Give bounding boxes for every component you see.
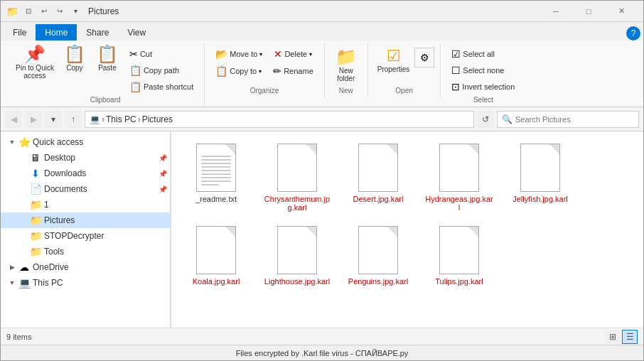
copy-to-button[interactable]: 📋 Copy to ▾ — [210, 63, 267, 79]
tab-home[interactable]: Home — [36, 24, 77, 41]
clipboard-stack: ✂ Cut 📋 Copy path 📋 Paste shortcut — [124, 43, 198, 95]
file-item-chrysanthemum[interactable]: Chrysanthemum.jpg.karl — [258, 137, 336, 217]
file-fold — [387, 144, 397, 154]
file-fold — [549, 144, 559, 154]
downloads-label: Downloads — [44, 168, 156, 178]
file-item-hydrangeas[interactable]: Hydrangeas.jpg.karl — [420, 137, 498, 217]
view-buttons: ⊞ ☰ — [605, 330, 638, 344]
file-name-hydrangeas: Hydrangeas.jpg.karl — [425, 195, 493, 212]
ribbon-group-clipboard: 📌 Pin to Quick access 📋 Copy 📋 Paste — [6, 43, 205, 107]
open-group-label: Open — [374, 85, 435, 95]
file-item-readme[interactable]: _readme.txt — [177, 137, 255, 217]
large-icons-view-btn[interactable]: ☰ — [622, 330, 638, 344]
pin-quick-access-button[interactable]: 📌 Pin to Quick access — [12, 43, 58, 82]
sidebar-item-downloads[interactable]: ⬇ Downloads 📌 — [1, 166, 170, 181]
file-item-lighthouse[interactable]: Lighthouse.jpg.karl — [258, 220, 336, 291]
copy-to-dropdown: ▾ — [259, 68, 262, 75]
minimize-button[interactable]: ─ — [540, 1, 572, 22]
folder-1-label: 1 — [44, 200, 167, 210]
file-grid: _readme.txt Chrysanthemum.jpg.karl — [171, 131, 643, 328]
desktop-icon: 🖥 — [29, 152, 42, 163]
new-buttons: 📁 New folder — [331, 43, 362, 85]
addressbar: ◀ ▶ ▾ ↑ 💻 › This PC › Pictures ↺ 🔍 — [1, 107, 643, 131]
sidebar-item-pictures[interactable]: 📁 Pictures — [1, 212, 170, 228]
qat-save-btn[interactable]: ⊡ — [21, 4, 36, 18]
properties-button[interactable]: ☑ Properties — [374, 46, 414, 75]
move-to-label: Move to — [230, 50, 257, 58]
qat-dropdown-btn[interactable]: ▾ — [68, 4, 82, 18]
copy-button[interactable]: 📋 Copy — [59, 43, 90, 74]
paste-button[interactable]: 📋 Paste — [92, 43, 123, 95]
delete-button[interactable]: ✕ Delete ▾ — [269, 46, 317, 62]
refresh-button[interactable]: ↺ — [477, 111, 494, 128]
move-to-button[interactable]: 📂 Move to ▾ — [210, 46, 267, 62]
file-item-penguins[interactable]: Penguins.jpg.karl — [339, 220, 417, 291]
warning-bar: Files encrypted by .Karl file virus - СП… — [1, 345, 643, 360]
documents-label: Documents — [44, 184, 156, 194]
maximize-button[interactable]: □ — [572, 1, 605, 22]
tab-file[interactable]: File — [4, 24, 36, 41]
search-input[interactable] — [515, 115, 634, 124]
ribbon-group-organize: 📂 Move to ▾ ✕ Delete ▾ 📋 Copy to ▾ — [205, 43, 325, 97]
search-icon: 🔍 — [502, 114, 512, 124]
documents-icon: 📄 — [29, 183, 42, 195]
tools-label: Tools — [44, 247, 167, 257]
up-button[interactable]: ↑ — [65, 111, 82, 128]
select-group-label: Select — [446, 95, 520, 104]
qat-undo-btn[interactable]: ↩ — [37, 4, 51, 18]
qat-redo-btn[interactable]: ↪ — [53, 4, 67, 18]
sidebar-item-tools[interactable]: 📁 Tools — [1, 244, 170, 259]
sidebar-item-onedrive[interactable]: ▶ ☁ OneDrive — [1, 259, 170, 275]
file-icon-penguins — [355, 225, 401, 276]
open-options-btn[interactable]: ⚙ — [414, 48, 434, 68]
help-button[interactable]: ? — [626, 26, 640, 41]
select-all-button[interactable]: ☑ Select all — [446, 46, 520, 62]
details-view-btn[interactable]: ⊞ — [605, 330, 621, 344]
new-folder-icon: 📁 — [336, 48, 357, 65]
file-name-jellyfish: Jellyfish.jpg.karl — [512, 195, 568, 203]
this-pc-expand: ▼ — [6, 279, 18, 286]
invert-selection-button[interactable]: ⊡ Invert selection — [446, 79, 520, 95]
recent-button[interactable]: ▾ — [45, 111, 62, 128]
file-icon-jellyfish — [517, 142, 563, 193]
sidebar-item-documents[interactable]: 📄 Documents 📌 — [1, 181, 170, 197]
ribbon-group-new: 📁 New folder New — [325, 43, 368, 97]
file-name-readme: _readme.txt — [195, 195, 237, 203]
sidebar-item-quick-access[interactable]: ▼ ⭐ Quick access — [1, 134, 170, 150]
copy-icon: 📋 — [64, 45, 85, 63]
select-none-icon: ☐ — [451, 65, 461, 76]
cut-button[interactable]: ✂ Cut — [124, 46, 198, 62]
file-item-koala[interactable]: Koala.jpg.karl — [177, 220, 255, 291]
forward-button[interactable]: ▶ — [25, 111, 42, 128]
file-item-tulips[interactable]: Tulips.jpg.karl — [420, 220, 498, 291]
file-item-jellyfish[interactable]: Jellyfish.jpg.karl — [501, 137, 579, 217]
copy-path-button[interactable]: 📋 Copy path — [124, 63, 198, 78]
address-path[interactable]: 💻 › This PC › Pictures — [85, 111, 474, 128]
path-pictures: Pictures — [142, 114, 173, 124]
back-button[interactable]: ◀ — [5, 111, 22, 128]
close-button[interactable]: ✕ — [605, 1, 638, 22]
sidebar-item-1[interactable]: 📁 1 — [1, 197, 170, 212]
file-lines — [197, 144, 235, 188]
file-name-desert: Desert.jpg.karl — [353, 195, 404, 203]
paste-shortcut-button[interactable]: 📋 Paste shortcut — [124, 79, 198, 95]
new-group-label: New — [331, 85, 362, 95]
tab-share[interactable]: Share — [77, 24, 118, 41]
onedrive-icon: ☁ — [18, 262, 31, 273]
file-fold — [468, 227, 478, 237]
sidebar-item-this-pc[interactable]: ▼ 💻 This PC — [1, 275, 170, 291]
rename-button[interactable]: ✏ Rename — [268, 63, 318, 79]
file-item-desert[interactable]: Desert.jpg.karl — [339, 137, 417, 217]
delete-dropdown: ▾ — [309, 51, 312, 58]
sidebar-item-stopdecrypter[interactable]: 📁 STOPDecrypter — [1, 228, 170, 244]
sidebar-item-desktop[interactable]: 🖥 Desktop 📌 — [1, 150, 170, 166]
file-fold — [306, 144, 316, 154]
quick-access-label: Quick access — [33, 137, 167, 147]
expand-icon: ▼ — [6, 139, 18, 146]
organize-buttons: 📂 Move to ▾ ✕ Delete ▾ 📋 Copy to ▾ — [210, 43, 318, 85]
new-folder-button[interactable]: 📁 New folder — [331, 46, 362, 85]
tab-view[interactable]: View — [118, 24, 155, 41]
search-box[interactable]: 🔍 — [497, 111, 639, 128]
ribbon-group-open: ☑ Properties ⚙ Open — [368, 43, 441, 97]
select-none-button[interactable]: ☐ Select none — [446, 63, 520, 78]
